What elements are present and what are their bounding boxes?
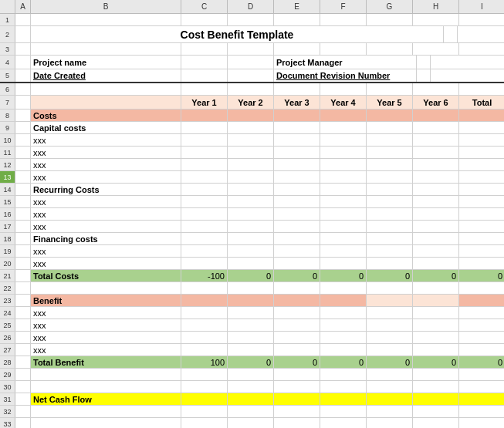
cell-33g[interactable] [367, 418, 413, 428]
cell-9h[interactable] [413, 122, 459, 133]
cell-14d[interactable] [228, 184, 274, 195]
cell-29c[interactable] [181, 369, 228, 380]
cell-24d[interactable] [228, 307, 274, 318]
cell-19h[interactable] [413, 245, 459, 257]
cell-27c[interactable] [181, 344, 228, 356]
cell-17d[interactable] [228, 221, 274, 232]
cell-22e[interactable] [274, 282, 320, 294]
cell-30f[interactable] [320, 381, 367, 393]
cell-25i[interactable] [459, 319, 504, 331]
cell-9d[interactable] [228, 122, 274, 133]
cell-13a[interactable] [15, 171, 31, 183]
cell-18a[interactable] [15, 233, 31, 244]
cell-23e[interactable] [274, 295, 320, 306]
cell-31g[interactable] [367, 393, 413, 405]
cell-16f[interactable] [320, 208, 367, 220]
cell-1c[interactable] [181, 14, 228, 25]
cell-10d[interactable] [228, 134, 274, 146]
cell-16e[interactable] [274, 208, 320, 220]
cell-10i[interactable] [459, 134, 504, 146]
cell-22c[interactable] [181, 282, 228, 294]
cell-23c[interactable] [181, 295, 228, 306]
cell-11c[interactable] [181, 147, 228, 158]
cell-26a[interactable] [15, 332, 31, 343]
cell-26h[interactable] [413, 332, 459, 343]
cell-33e[interactable] [274, 418, 320, 428]
cell-5a[interactable] [15, 69, 31, 82]
cell-10g[interactable] [367, 134, 413, 146]
cell-7a[interactable] [15, 96, 31, 109]
cell-17a[interactable] [15, 221, 31, 232]
cell-22f[interactable] [320, 282, 367, 294]
cell-6g[interactable] [367, 83, 413, 95]
cell-4j[interactable] [417, 56, 431, 69]
cell-8i[interactable] [459, 110, 504, 121]
cell-8h[interactable] [413, 110, 459, 121]
cell-25c[interactable] [181, 319, 228, 331]
cell-13e[interactable] [274, 171, 320, 183]
cell-15f[interactable] [320, 196, 367, 207]
cell-33a[interactable] [15, 418, 31, 428]
cell-4d[interactable] [228, 56, 274, 69]
cell-20c[interactable] [181, 258, 228, 269]
cell-9a[interactable] [15, 122, 31, 133]
cell-14e[interactable] [274, 184, 320, 195]
cell-29b[interactable] [31, 369, 181, 380]
cell-25d[interactable] [228, 319, 274, 331]
cell-33i[interactable] [459, 418, 504, 428]
cell-20e[interactable] [274, 258, 320, 269]
cell-1h[interactable] [413, 14, 459, 25]
cell-9e[interactable] [274, 122, 320, 133]
cell-32b[interactable] [31, 406, 181, 417]
cell-3a[interactable] [15, 43, 31, 55]
cell-32h[interactable] [413, 406, 459, 417]
cell-32e[interactable] [274, 406, 320, 417]
cell-16a[interactable] [15, 208, 31, 220]
cell-22g[interactable] [367, 282, 413, 294]
cell-23g[interactable] [367, 295, 413, 306]
cell-1f[interactable] [320, 14, 367, 25]
cell-18e[interactable] [274, 233, 320, 244]
cell-23f[interactable] [320, 295, 367, 306]
cell-15e[interactable] [274, 196, 320, 207]
cell-17f[interactable] [320, 221, 367, 232]
cell-5d[interactable] [228, 69, 274, 82]
cell-19g[interactable] [367, 245, 413, 257]
cell-19c[interactable] [181, 245, 228, 257]
cell-30i[interactable] [459, 381, 504, 393]
cell-10h[interactable] [413, 134, 459, 146]
cell-23d[interactable] [228, 295, 274, 306]
cell-32d[interactable] [228, 406, 274, 417]
cell-12i[interactable] [459, 159, 504, 170]
cell-13d[interactable] [228, 171, 274, 183]
cell-14c[interactable] [181, 184, 228, 195]
cell-33h[interactable] [413, 418, 459, 428]
cell-31c[interactable] [181, 393, 228, 405]
cell-2j[interactable] [444, 26, 458, 42]
cell-29g[interactable] [367, 369, 413, 380]
cell-19a[interactable] [15, 245, 31, 257]
cell-29e[interactable] [274, 369, 320, 380]
cell-18g[interactable] [367, 233, 413, 244]
cell-25e[interactable] [274, 319, 320, 331]
cell-8f[interactable] [320, 110, 367, 121]
cell-16h[interactable] [413, 208, 459, 220]
cell-31a[interactable] [15, 393, 31, 405]
cell-15h[interactable] [413, 196, 459, 207]
cell-20h[interactable] [413, 258, 459, 269]
cell-8d[interactable] [228, 110, 274, 121]
cell-29f[interactable] [320, 369, 367, 380]
cell-25g[interactable] [367, 319, 413, 331]
cell-26c[interactable] [181, 332, 228, 343]
cell-24a[interactable] [15, 307, 31, 318]
cell-27i[interactable] [459, 344, 504, 356]
cell-4a[interactable] [15, 56, 31, 69]
cell-9i[interactable] [459, 122, 504, 133]
cell-1b[interactable] [31, 14, 181, 25]
cell-10f[interactable] [320, 134, 367, 146]
cell-10c[interactable] [181, 134, 228, 146]
cell-11a[interactable] [15, 147, 31, 158]
cell-15c[interactable] [181, 196, 228, 207]
cell-12g[interactable] [367, 159, 413, 170]
cell-17i[interactable] [459, 221, 504, 232]
